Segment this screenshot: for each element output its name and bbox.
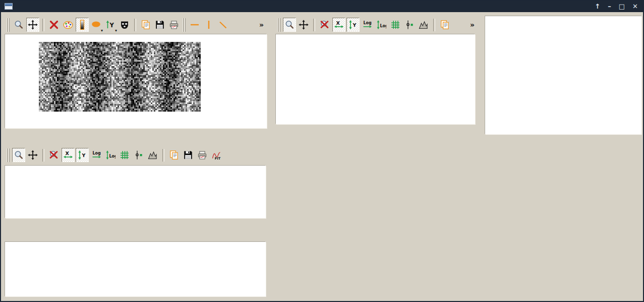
print-icon bbox=[197, 150, 207, 160]
pan-button[interactable] bbox=[26, 148, 39, 162]
toolbar-overflow-button[interactable]: » bbox=[259, 21, 264, 29]
palette-button[interactable] bbox=[62, 18, 75, 32]
toolbar-grip[interactable] bbox=[7, 148, 10, 162]
image-plot-statusbar bbox=[6, 128, 266, 136]
titlebar[interactable]: ↑–□✕ bbox=[1, 1, 643, 12]
copy-button[interactable] bbox=[139, 18, 152, 32]
contrast-icon bbox=[77, 20, 87, 30]
svg-text:Y: Y bbox=[82, 153, 86, 158]
delete-button[interactable] bbox=[47, 18, 61, 32]
y-range-icon: Y bbox=[348, 20, 358, 30]
delete-icon bbox=[49, 20, 59, 30]
fit-button[interactable]: FIT bbox=[210, 148, 223, 162]
toolbar-separator bbox=[42, 149, 44, 162]
y-axis-button[interactable]: Y▾ bbox=[104, 18, 117, 32]
toolbar-grip[interactable] bbox=[7, 18, 10, 32]
raise-button[interactable]: ↑ bbox=[595, 1, 600, 12]
dropdown-arrow-icon: ▾ bbox=[101, 28, 103, 33]
log-x-button[interactable]: Log bbox=[90, 148, 103, 162]
print-button[interactable] bbox=[167, 18, 181, 32]
oblique-line-button[interactable] bbox=[216, 18, 229, 32]
save-button[interactable] bbox=[153, 18, 166, 32]
vertical-line-icon bbox=[204, 20, 214, 30]
svg-text:Y: Y bbox=[109, 22, 114, 29]
grid-icon bbox=[120, 150, 130, 160]
horizontal-line-icon bbox=[190, 20, 200, 30]
toolbar-separator bbox=[162, 149, 164, 162]
x-range-button[interactable]: X bbox=[332, 18, 345, 32]
log-x-icon: Log bbox=[362, 20, 372, 30]
zoom-icon bbox=[284, 20, 295, 30]
curve-point-button[interactable] bbox=[132, 148, 145, 162]
toolbar-separator bbox=[433, 19, 435, 31]
copy-button[interactable] bbox=[438, 18, 451, 32]
image-plot-canvas[interactable] bbox=[39, 42, 201, 112]
log-x-icon: Log bbox=[91, 150, 101, 160]
zoomed-plot-panel[interactable] bbox=[485, 16, 641, 134]
curve-point-icon bbox=[404, 20, 415, 30]
curve-point-button[interactable] bbox=[403, 18, 416, 32]
curve-plot-toolbar: XYLogLogFIT bbox=[5, 146, 266, 164]
y-range-button[interactable]: Y bbox=[76, 148, 89, 162]
save-icon bbox=[155, 20, 165, 30]
copy-icon bbox=[141, 20, 151, 30]
svg-text:Log: Log bbox=[109, 154, 116, 159]
unzoom-button[interactable] bbox=[318, 18, 331, 32]
grid-button[interactable] bbox=[389, 18, 402, 32]
grid-icon bbox=[390, 20, 400, 30]
pan-button[interactable] bbox=[26, 18, 39, 32]
svg-text:FIT: FIT bbox=[215, 157, 221, 161]
window-body: ▾Y▾» XYLogLogFIT XYLogLog» bbox=[1, 12, 643, 301]
svg-text:X: X bbox=[66, 150, 70, 156]
toolbar-grip[interactable] bbox=[277, 18, 281, 32]
x-range-button[interactable]: X bbox=[62, 148, 75, 162]
window-controls: ↑–□✕ bbox=[595, 1, 638, 12]
svg-text:Log: Log bbox=[380, 24, 387, 28]
log-y-button[interactable]: Log bbox=[104, 148, 117, 162]
svg-text:X: X bbox=[336, 20, 340, 26]
toolbar-separator bbox=[42, 19, 44, 31]
toolbar-grip[interactable] bbox=[183, 18, 186, 32]
triple-curve-plot-panel[interactable] bbox=[5, 166, 266, 218]
ellipse-icon bbox=[91, 20, 101, 30]
noise-curve-plot-panel[interactable] bbox=[5, 242, 266, 296]
maximize-button[interactable]: □ bbox=[619, 1, 625, 12]
zoom-button[interactable] bbox=[283, 18, 296, 32]
svg-text:Log: Log bbox=[93, 151, 101, 156]
image-plot-panel[interactable] bbox=[5, 34, 267, 128]
save-button[interactable] bbox=[182, 148, 195, 162]
window-menu-icon[interactable] bbox=[5, 3, 13, 10]
minimize-button[interactable]: – bbox=[608, 1, 611, 12]
log-x-button[interactable]: Log bbox=[361, 18, 374, 32]
zoom-button[interactable] bbox=[12, 18, 25, 32]
histogram-button[interactable] bbox=[146, 148, 159, 162]
pan-icon bbox=[28, 150, 38, 160]
zoom-icon bbox=[14, 150, 24, 160]
toolbar-overflow-button[interactable]: » bbox=[470, 21, 475, 29]
close-button[interactable]: ✕ bbox=[632, 1, 638, 12]
oblique-line-icon bbox=[218, 20, 228, 30]
pan-button[interactable] bbox=[297, 18, 310, 32]
dropdown-arrow-icon: ▾ bbox=[115, 28, 117, 33]
y-range-button[interactable]: Y bbox=[346, 18, 360, 32]
grid-button[interactable] bbox=[118, 148, 131, 162]
ellipse-button[interactable]: ▾ bbox=[90, 18, 103, 32]
mask-button[interactable] bbox=[118, 18, 131, 32]
log-y-icon: Log bbox=[105, 150, 115, 160]
x-range-icon: X bbox=[334, 20, 344, 30]
print-button[interactable] bbox=[196, 148, 209, 162]
unzoom-button[interactable] bbox=[47, 148, 61, 162]
horizontal-line-button[interactable] bbox=[188, 18, 201, 32]
zoom-button[interactable] bbox=[12, 148, 25, 162]
vertical-line-button[interactable] bbox=[202, 18, 215, 32]
svg-text:Log: Log bbox=[364, 21, 372, 25]
copy-icon bbox=[440, 20, 450, 30]
copy-button[interactable] bbox=[167, 148, 181, 162]
log-y-button[interactable]: Log bbox=[375, 18, 388, 32]
sync-plot-panel[interactable] bbox=[276, 34, 475, 124]
toolbar-separator bbox=[313, 19, 315, 31]
histogram-button[interactable] bbox=[417, 18, 430, 32]
palette-icon bbox=[63, 20, 73, 30]
contrast-button[interactable] bbox=[76, 18, 89, 32]
curve-point-icon bbox=[134, 150, 144, 160]
